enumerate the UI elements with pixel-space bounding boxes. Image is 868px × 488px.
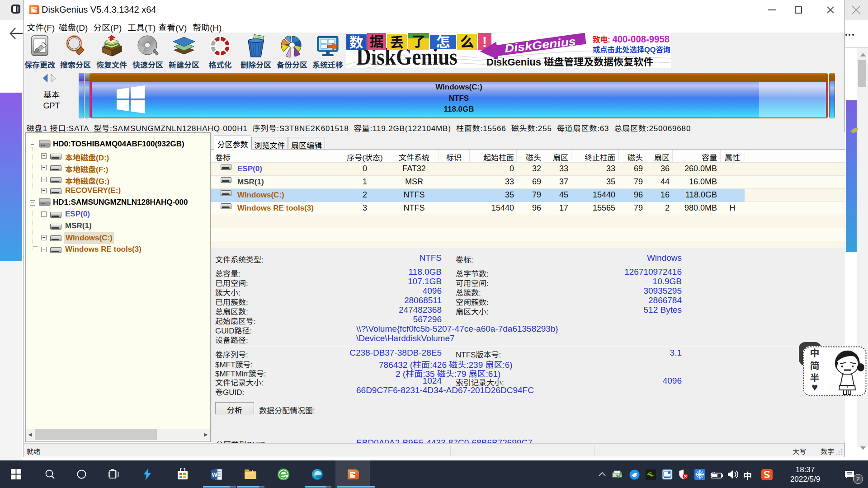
svg-text:了: 了: [412, 34, 426, 50]
svg-text:或点击此处选择QQ咨询: 或点击此处选择QQ咨询: [593, 46, 670, 54]
svg-text:致电: 400-008-9958: 致电: 400-008-9958: [593, 33, 670, 45]
svg-text:W: W: [212, 471, 218, 478]
svg-text:么: 么: [460, 34, 474, 50]
svg-text:DiskGenius 磁盘管理及数据恢复软件: DiskGenius 磁盘管理及数据恢复软件: [486, 56, 653, 68]
svg-text:数: 数: [349, 35, 363, 51]
svg-text:怎: 怎: [436, 34, 450, 50]
svg-text:丢: 丢: [390, 35, 404, 51]
svg-text:据: 据: [370, 34, 384, 50]
